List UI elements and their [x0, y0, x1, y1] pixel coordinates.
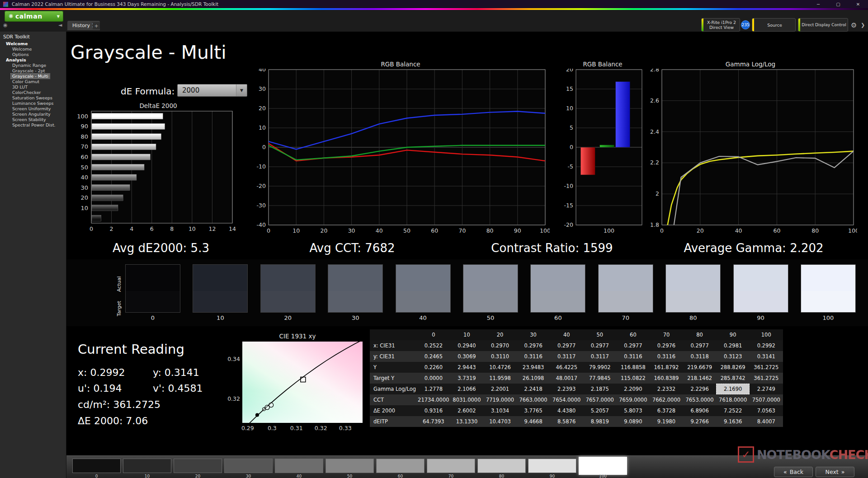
table-cell[interactable]: 3.7765 [517, 405, 550, 416]
pattern-swatch-0[interactable] [72, 459, 121, 473]
sidebar-item-label[interactable]: Luminance Sweeps [11, 101, 55, 106]
pattern-swatch-40[interactable] [275, 459, 323, 473]
sidebar-item-grayscale-2pt[interactable]: Grayscale - 2pt [0, 68, 66, 74]
close-button[interactable]: ✕ [848, 0, 868, 8]
pattern-swatch-90[interactable] [528, 459, 576, 473]
table-cell[interactable]: 77.9845 [583, 373, 617, 384]
pattern-swatch-100[interactable] [579, 457, 627, 475]
sidebar-item-label[interactable]: Saturation Sweeps [11, 95, 54, 100]
table-cell[interactable]: 2.2296 [683, 384, 717, 394]
table-cell[interactable]: 6.8906 [683, 405, 717, 416]
table-cell[interactable]: 4.4380 [550, 405, 583, 416]
sidebar-item-label[interactable]: Grayscale - 2pt [11, 68, 46, 73]
sidebar-item-luminance-sweeps[interactable]: Luminance Sweeps [0, 101, 66, 106]
table-cell[interactable]: 3.1034 [483, 405, 517, 416]
table-cell[interactable]: 8031.0000 [450, 394, 484, 405]
table-cell[interactable]: 0.2977 [583, 340, 617, 351]
table-cell[interactable]: 7507.0000 [750, 394, 783, 405]
sidebar-item-welcome[interactable]: Welcome [0, 47, 66, 52]
table-cell[interactable]: 160.8389 [650, 373, 683, 384]
table-cell[interactable]: 0.3116 [517, 351, 550, 362]
table-cell[interactable]: 0.3123 [716, 351, 750, 362]
table-cell[interactable]: 285.8742 [716, 373, 750, 384]
table-cell[interactable]: 161.8792 [650, 362, 683, 373]
pattern-swatch-10[interactable] [123, 459, 171, 473]
sidebar-item-options[interactable]: Options [0, 52, 66, 57]
table-cell[interactable]: 3.7319 [450, 373, 484, 384]
table-cell[interactable]: 0.2940 [450, 340, 484, 351]
table-cell[interactable]: 5.2057 [583, 405, 617, 416]
table-cell[interactable]: 0.2260 [417, 362, 450, 373]
table-cell[interactable]: 2.2090 [617, 384, 650, 394]
sidebar-item-label[interactable]: Screen Angularity [11, 112, 52, 117]
table-cell[interactable]: 0.2465 [417, 351, 450, 362]
table-cell[interactable]: 21734.0000 [417, 394, 450, 405]
table-cell[interactable]: 2.2418 [517, 384, 550, 394]
pattern-swatch-50[interactable] [326, 459, 374, 473]
table-cell[interactable]: 26.1098 [517, 373, 550, 384]
table-cell[interactable]: 8.9819 [583, 416, 617, 427]
table-cell[interactable]: 7659.0000 [617, 394, 650, 405]
table-cell[interactable]: 0.3110 [483, 351, 517, 362]
table-cell[interactable]: 116.8858 [617, 362, 650, 373]
back-button[interactable]: « Back [774, 467, 813, 477]
table-cell[interactable]: 8.5876 [550, 416, 583, 427]
table-cell[interactable]: 9.0890 [617, 416, 650, 427]
table-cell[interactable]: 7618.0000 [716, 394, 750, 405]
sidebar-item-label[interactable]: Grayscale - Multi [11, 74, 50, 79]
sidebar-item-screen-stability[interactable]: Screen Stability [0, 117, 66, 122]
calman-menu-button[interactable]: ❋ calman ▼ [5, 11, 63, 22]
table-cell[interactable]: 218.1462 [683, 373, 717, 384]
table-cell[interactable]: 0.2977 [683, 340, 717, 351]
table-cell[interactable]: 5.8073 [617, 405, 650, 416]
pattern-swatch-20[interactable] [174, 459, 222, 473]
table-cell[interactable]: 7.2522 [716, 405, 750, 416]
sidebar-item-label[interactable]: Welcome [11, 47, 33, 52]
table-cell[interactable]: 11.9598 [483, 373, 517, 384]
sidebar-item-label[interactable]: Dynamic Range [11, 63, 47, 68]
table-cell[interactable]: 0.2522 [417, 340, 450, 351]
table-cell[interactable]: 7657.0000 [583, 394, 617, 405]
sidebar-item-label[interactable]: Screen Uniformity [11, 106, 52, 111]
table-cell[interactable]: 9.4668 [517, 416, 550, 427]
table-cell[interactable]: 0.2970 [483, 340, 517, 351]
next-button[interactable]: Next » [816, 467, 854, 477]
table-cell[interactable]: 0.3141 [750, 351, 783, 362]
sidebar-item-colorchecker[interactable]: ColorChecker [0, 90, 66, 95]
sidebar-item-label[interactable]: 3D LUT [11, 84, 29, 89]
table-cell[interactable]: 23.9483 [517, 362, 550, 373]
table-cell[interactable]: 6.3728 [650, 405, 683, 416]
minimize-button[interactable]: ─ [808, 0, 828, 8]
table-cell[interactable]: 0.2992 [750, 340, 783, 351]
sidebar-item-label[interactable]: Screen Stability [11, 117, 47, 122]
table-cell[interactable]: 115.0822 [617, 373, 650, 384]
table-cell[interactable]: 0.2976 [517, 340, 550, 351]
table-cell[interactable]: 10.4703 [483, 416, 517, 427]
sidebar-item-saturation-sweeps[interactable]: Saturation Sweeps [0, 95, 66, 101]
pattern-swatch-80[interactable] [477, 459, 526, 473]
sidebar-item-label[interactable]: Options [11, 52, 30, 57]
workflow-nav-icon[interactable]: ◉ [3, 22, 8, 28]
sidebar-item-screen-uniformity[interactable]: Screen Uniformity [0, 106, 66, 112]
sidebar-item-label[interactable]: Color Gamut [11, 79, 41, 84]
table-cell[interactable]: 0.3116 [650, 351, 683, 362]
table-cell[interactable]: 7663.0000 [517, 394, 550, 405]
sidebar-item-dynamic-range[interactable]: Dynamic Range [0, 63, 66, 68]
table-cell[interactable]: 1.2778 [417, 384, 450, 394]
pattern-swatch-70[interactable] [427, 459, 475, 473]
sidebar-collapse-icon[interactable]: ◄ [58, 22, 62, 28]
table-cell[interactable]: 7654.0000 [550, 394, 583, 405]
table-cell[interactable]: 7719.0000 [483, 394, 517, 405]
table-cell[interactable]: 9.2766 [683, 416, 717, 427]
table-cell[interactable]: 9.1636 [716, 416, 750, 427]
pattern-swatch-60[interactable] [376, 459, 425, 473]
table-cell[interactable]: 0.3117 [583, 351, 617, 362]
pattern-swatch-30[interactable] [224, 459, 273, 473]
sidebar-item-label[interactable]: Analysis [5, 57, 28, 62]
sidebar-item-label[interactable]: Spectral Power Dist. [11, 122, 57, 127]
table-cell[interactable]: 0.2977 [550, 340, 583, 351]
table-cell[interactable]: 9.1980 [650, 416, 683, 427]
table-cell[interactable]: 361.2725 [750, 362, 783, 373]
table-cell[interactable]: 2.2332 [650, 384, 683, 394]
sidebar-item-welcome[interactable]: Welcome [0, 41, 66, 47]
